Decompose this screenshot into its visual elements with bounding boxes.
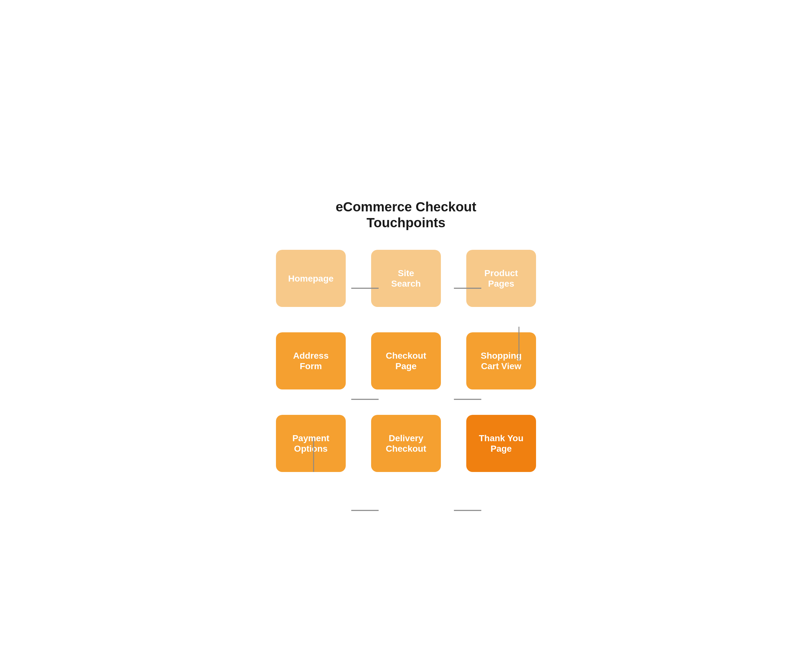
page-title: eCommerce Checkout Touchpoints: [336, 199, 476, 231]
checkout-page-label: CheckoutPage: [386, 351, 426, 372]
node-site-search: SiteSearch: [371, 250, 441, 307]
site-search-label: SiteSearch: [391, 268, 421, 289]
node-payment-options: PaymentOptions: [276, 415, 346, 472]
product-pages-label: ProductPages: [484, 268, 518, 289]
node-shopping-cart: ShoppingCart View: [466, 332, 536, 390]
node-thank-you: Thank YouPage: [466, 415, 536, 472]
spacer-2: [276, 390, 536, 415]
node-homepage: Homepage: [276, 250, 346, 307]
payment-options-label: PaymentOptions: [292, 433, 330, 454]
flowchart-grid: Homepage SiteSearch ProductPages Address…: [276, 250, 536, 472]
shopping-cart-label: ShoppingCart View: [481, 351, 522, 372]
node-product-pages: ProductPages: [466, 250, 536, 307]
node-delivery-checkout: DeliveryCheckout: [371, 415, 441, 472]
node-checkout-page: CheckoutPage: [371, 332, 441, 390]
address-form-label: AddressForm: [293, 351, 329, 372]
diagram-wrapper: eCommerce Checkout Touchpoints Homepage …: [263, 199, 549, 472]
node-address-form: AddressForm: [276, 332, 346, 390]
spacer-1: [276, 307, 536, 332]
delivery-checkout-label: DeliveryCheckout: [386, 433, 426, 454]
thank-you-label: Thank YouPage: [479, 433, 524, 454]
